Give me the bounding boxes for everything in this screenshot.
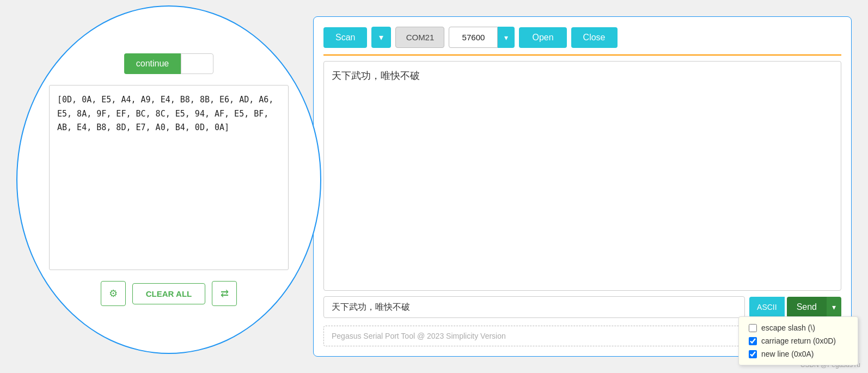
- baud-group: ▾: [449, 27, 515, 48]
- send-input[interactable]: [323, 296, 745, 318]
- pegasus-label: Pegasus Serial Port Tool @ 2023 Simplici…: [323, 326, 778, 346]
- dropdown-popup: escape slash (\) carriage return (0x0D) …: [738, 316, 858, 365]
- hex-display: [0D, 0A, E5, A4, A9, E4, B8, 8B, E6, AD,…: [49, 85, 289, 270]
- send-dropdown-button[interactable]: ▾: [827, 297, 841, 317]
- send-button[interactable]: Send: [787, 297, 827, 317]
- close-button[interactable]: Close: [571, 27, 618, 48]
- new-line-label: new line (0x0A): [761, 350, 814, 358]
- send-chevron-icon: ▾: [832, 303, 836, 311]
- circle-overlay: continue [0D, 0A, E5, A4, A9, E4, B8, 8B…: [16, 5, 321, 354]
- send-row: ASCII Send ▾: [323, 296, 841, 318]
- escape-slash-option: escape slash (\): [749, 323, 848, 332]
- chevron-down-icon: ▾: [379, 33, 383, 42]
- escape-slash-checkbox[interactable]: [749, 324, 757, 332]
- escape-slash-label: escape slash (\): [761, 323, 815, 332]
- com-port-input[interactable]: [395, 27, 444, 48]
- scan-dropdown-button[interactable]: ▾: [371, 27, 391, 48]
- send-group: Send ▾: [787, 297, 841, 317]
- open-button[interactable]: Open: [519, 27, 566, 48]
- scan-button[interactable]: Scan: [323, 27, 367, 48]
- carriage-return-checkbox[interactable]: [749, 337, 757, 345]
- baud-chevron-icon: ▾: [504, 33, 508, 42]
- filter-icon: ⇄: [221, 288, 229, 299]
- ascii-send-group: ASCII Send ▾: [749, 297, 841, 317]
- continue-input[interactable]: [181, 53, 213, 74]
- receive-textarea[interactable]: 天下武功，唯快不破: [323, 61, 841, 291]
- carriage-return-option: carriage return (0x0D): [749, 337, 848, 345]
- right-panel: Scan ▾ ▾ Open Close 天下武功，唯快不破 ASCII Send: [313, 16, 852, 357]
- new-line-checkbox[interactable]: [749, 350, 757, 358]
- main-container: continue [0D, 0A, E5, A4, A9, E4, B8, 8B…: [0, 0, 868, 373]
- settings-icon: ⚙: [109, 288, 118, 299]
- baud-rate-input[interactable]: [449, 27, 498, 48]
- ascii-button[interactable]: ASCII: [749, 297, 785, 317]
- circle-content: continue [0D, 0A, E5, A4, A9, E4, B8, 8B…: [38, 53, 299, 306]
- filter-icon-button[interactable]: ⇄: [212, 281, 237, 306]
- toolbar-row: Scan ▾ ▾ Open Close: [323, 27, 841, 56]
- clear-all-button[interactable]: CLEAR ALL: [132, 283, 205, 304]
- settings-icon-button[interactable]: ⚙: [101, 281, 126, 306]
- circle-bottom-btns: ⚙ CLEAR ALL ⇄: [38, 281, 299, 306]
- new-line-option: new line (0x0A): [749, 350, 848, 358]
- baud-dropdown-button[interactable]: ▾: [498, 27, 515, 48]
- continue-btn-row: continue: [38, 53, 299, 74]
- continue-button[interactable]: continue: [124, 53, 181, 74]
- carriage-return-label: carriage return (0x0D): [761, 337, 836, 345]
